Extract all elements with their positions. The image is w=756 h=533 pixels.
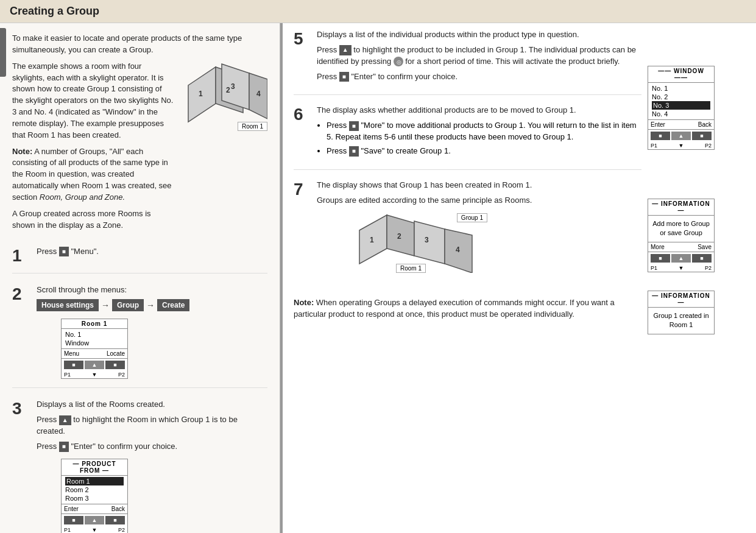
intro-section: To make it easier to locate and operate … <box>12 33 267 236</box>
right-main: 5 Displays a list of the individual prod… <box>294 29 648 533</box>
remote-step6-p1: P1 <box>651 265 657 271</box>
room-label-bottom: Room 1 <box>396 264 426 273</box>
remote-step5-no1: No. 1 <box>652 84 710 93</box>
intro-para1: To make it easier to locate and operate … <box>12 33 267 56</box>
step-3-line3: Press ■ "Enter" to confirm your choice. <box>37 441 267 453</box>
remote-step6-more: More <box>651 244 665 250</box>
remote-step3-list: Room 1 Room 2 Room 3 <box>62 476 127 504</box>
menu-button-icon: ■ <box>59 247 69 257</box>
remote-step2-btn-sq: ■ <box>64 361 83 369</box>
breadcrumb-step2: House settings → Group → Create <box>37 299 267 311</box>
remote-step2-prow: P1 ▼ P2 <box>62 371 127 378</box>
remote-step2-controls: ■ ▲ ■ <box>62 358 127 371</box>
breadcrumb-arrow-2: → <box>146 300 155 310</box>
step-2-label: Scroll through the menus: <box>37 284 267 296</box>
room-label-top: Room 1 <box>238 122 267 131</box>
step-2: 2 Scroll through the menus: House settin… <box>12 284 267 389</box>
remote-step6-sq1: ■ <box>651 254 670 263</box>
remote-step5-prow: P1 ▼ P2 <box>648 142 714 149</box>
step-1: 1 Press ■ "Menu". <box>12 246 267 274</box>
svg-text:2: 2 <box>397 232 401 241</box>
step5-up-btn: ▲ <box>339 45 352 55</box>
remote-step3-room3: Room 3 <box>65 494 124 503</box>
remote-step3-controls: ■ ▲ ■ <box>62 514 127 526</box>
remote-step2-menu: Menu <box>64 350 79 357</box>
remote-step5-p2: P2 <box>705 143 712 149</box>
svg-text:3: 3 <box>231 82 235 91</box>
breadcrumb-group: Group <box>112 299 144 311</box>
remote-step2-title: Room 1 <box>62 319 127 329</box>
remote-step5-enter: Enter <box>651 121 665 128</box>
step-5-line1: Displays a list of the individual produc… <box>317 29 641 41</box>
remote-step7: — INFORMATION — Group 1 created inRoom 1 <box>648 291 715 334</box>
intro-para4: A Group created across more Rooms is sho… <box>12 208 174 231</box>
remote-step3-p1: P1 <box>64 527 71 533</box>
svg-text:2: 2 <box>226 86 230 94</box>
remote-step6-dn: ▼ <box>679 265 684 271</box>
remote-step6-up: ▲ <box>671 254 691 263</box>
remote-step5-dn: ▼ <box>679 143 684 149</box>
step5-enter-btn: ■ <box>339 72 349 82</box>
remote-step3-p2: P2 <box>118 527 125 533</box>
step-6-line1: The display asks whether additional prod… <box>317 105 641 116</box>
remote-step3-sq2: ■ <box>105 516 125 524</box>
step-1-content: Press ■ "Menu". <box>37 246 267 264</box>
step-7-content: The display shows that Group 1 has been … <box>317 180 641 280</box>
step6-more-btn: ■ <box>349 121 359 132</box>
svg-text:4: 4 <box>256 90 261 98</box>
step-7-line1: The display shows that Group 1 has been … <box>317 180 641 191</box>
step-5-content: Displays a list of the individual produc… <box>317 29 641 86</box>
breadcrumb-house-settings: House settings <box>37 299 99 311</box>
page-title: Creating a Group <box>10 5 746 18</box>
step-1-number: 1 <box>12 246 29 264</box>
step6-save-btn: ■ <box>349 146 359 157</box>
step-2-number: 2 <box>12 284 29 379</box>
right-column: 5 Displays a list of the individual prod… <box>283 23 756 533</box>
remote-step6-save: Save <box>698 244 712 250</box>
step-3: 3 Displays a list of the Rooms created. … <box>12 399 267 533</box>
step-6-bullets: Press ■ "More" to move additional produc… <box>317 120 641 157</box>
right-sidebar: —— WINDOW —— No. 1 No. 2 No. 3 No. 4 Ent… <box>648 29 745 533</box>
step-5-line3: Press ■ "Enter" to confirm your choice. <box>317 71 641 83</box>
step-3-line2: Press ▲ to highlight the Room in which G… <box>37 414 267 437</box>
step5-circle-btn: ◎ <box>394 57 403 66</box>
remote-step6: — INFORMATION — Add more to Groupor save… <box>648 199 715 272</box>
svg-marker-10 <box>414 221 445 264</box>
svg-text:3: 3 <box>425 236 429 244</box>
remote-step2-no1: No. 1 <box>65 330 124 339</box>
group-label-bottom: Group 1 <box>457 213 487 222</box>
remote-step5-no3: No. 3 <box>652 101 710 110</box>
remote-step6-title: — INFORMATION — <box>648 199 714 216</box>
step-7: 7 The display shows that Group 1 has bee… <box>294 180 641 288</box>
remote-step3: — PRODUCT FROM — Room 1 Room 2 Room 3 En… <box>61 459 128 533</box>
remote-step5-back: Back <box>698 121 712 128</box>
remote-step2-window: Window <box>65 339 124 347</box>
main-content: To make it easier to locate and operate … <box>0 23 756 533</box>
remote-step2-locate: Locate <box>107 350 125 357</box>
left-column: To make it easier to locate and operate … <box>0 23 280 533</box>
remote-step2: Room 1 No. 1 Window Menu Locate ■ ▲ ■ <box>61 319 128 379</box>
note-bottom-text: Note: When operating Groups a delayed ex… <box>294 297 641 320</box>
remote-step6-sq2: ■ <box>692 254 712 263</box>
remote-step5-footer: Enter Back <box>648 119 714 129</box>
remote-step2-footer: Menu Locate <box>62 348 127 358</box>
remote-step2-down: ▼ <box>92 372 97 378</box>
remote-step3-title: — PRODUCT FROM — <box>62 459 127 476</box>
remote-step5-title: —— WINDOW —— <box>648 66 714 83</box>
step-6-number: 6 <box>294 105 311 160</box>
note-bottom: Note: When operating Groups a delayed ex… <box>294 297 641 320</box>
remote-step3-up: ▲ <box>85 516 104 524</box>
step3-up-btn: ▲ <box>59 415 71 426</box>
remote-step2-btn-sq2: ■ <box>105 361 125 369</box>
remote-step5-up: ▲ <box>671 132 691 140</box>
remote-step6-p2: P2 <box>705 265 712 271</box>
skylight-svg-top: 1 2 3 4 <box>182 61 267 131</box>
intro-para3: Note: A number of Groups, "All" each con… <box>12 146 174 203</box>
step-3-content: Displays a list of the Rooms created. Pr… <box>37 399 267 533</box>
remote-step6-controls: ■ ▲ ■ <box>648 252 714 264</box>
step-7-line2: Groups are edited according to the same … <box>317 195 641 206</box>
remote-step3-back: Back <box>111 506 125 512</box>
breadcrumb-arrow-1: → <box>101 300 110 310</box>
step-6-bullet1: Press ■ "More" to move additional produc… <box>327 120 641 143</box>
page-header: Creating a Group <box>0 0 756 23</box>
